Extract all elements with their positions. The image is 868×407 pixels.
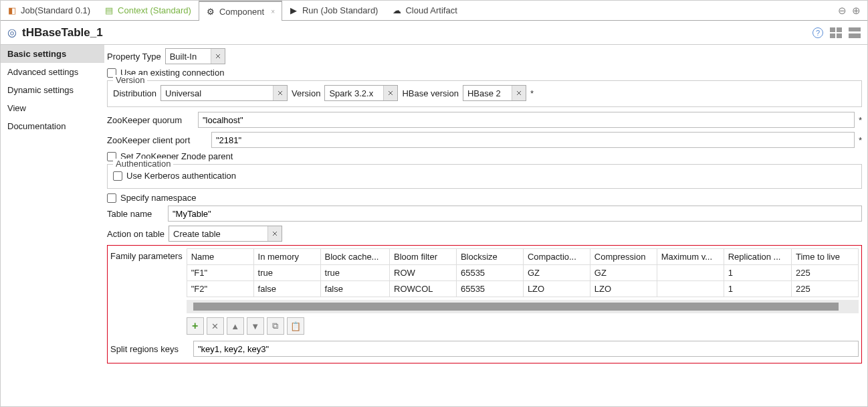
namespace-checkbox[interactable] bbox=[107, 193, 116, 203]
cell-maxv[interactable] bbox=[657, 281, 724, 297]
property-type-row: Property Type Built-In bbox=[107, 48, 862, 65]
add-row-button[interactable]: + bbox=[187, 317, 204, 335]
sidebar-label: View bbox=[7, 103, 26, 113]
family-params-label: Family parameters bbox=[110, 248, 183, 261]
kerberos-checkbox[interactable] bbox=[113, 171, 122, 181]
distribution-combo[interactable]: Universal bbox=[160, 85, 288, 101]
cell-blocksize[interactable]: 65535 bbox=[456, 265, 523, 281]
col-compression[interactable]: Compression bbox=[590, 249, 657, 265]
col-blocksize[interactable]: Blocksize bbox=[456, 249, 523, 265]
cell-ttl[interactable]: 225 bbox=[792, 281, 859, 297]
maximize-button[interactable]: ⊕ bbox=[852, 5, 861, 17]
family-table[interactable]: Name In memory Block cache... Bloom filt… bbox=[187, 248, 859, 297]
tab-context[interactable]: ▤ Context (Standard) bbox=[98, 1, 199, 20]
cell-bloom[interactable]: ROW bbox=[390, 265, 457, 281]
cell-blocksize[interactable]: 65535 bbox=[456, 281, 523, 297]
cell-replication[interactable]: 1 bbox=[724, 281, 791, 297]
table-hscrollbar[interactable] bbox=[187, 300, 859, 313]
cell-ttl[interactable]: 225 bbox=[792, 265, 859, 281]
hbase-version-combo[interactable]: HBase 2 bbox=[463, 85, 526, 101]
zk-port-input[interactable] bbox=[211, 132, 855, 148]
paste-button[interactable]: 📋 bbox=[287, 317, 304, 335]
tab-label: Component bbox=[219, 7, 264, 17]
zk-port-row: ZooKeeper client port * bbox=[107, 131, 862, 149]
combo-value: Built-In bbox=[170, 52, 197, 62]
kerberos-row: Use Kerberos authentication bbox=[113, 171, 856, 181]
cell-compression[interactable]: LZO bbox=[590, 281, 657, 297]
col-blockcache[interactable]: Block cache... bbox=[320, 249, 389, 265]
cloud-icon: ☁ bbox=[392, 6, 401, 15]
combo-value: Spark 3.2.x bbox=[329, 88, 373, 98]
col-name[interactable]: Name bbox=[187, 249, 253, 265]
combo-value: Create table bbox=[173, 229, 221, 239]
move-up-button[interactable]: ▲ bbox=[227, 317, 244, 335]
cell-compression[interactable]: GZ bbox=[590, 265, 657, 281]
action-label: Action on table bbox=[107, 229, 165, 239]
tab-component[interactable]: ⚙ Component × bbox=[199, 1, 282, 21]
required-asterisk: * bbox=[859, 115, 862, 125]
close-icon[interactable]: × bbox=[271, 8, 275, 15]
sidebar-label: Documentation bbox=[7, 121, 66, 131]
tab-job[interactable]: ◧ Job(Standard 0.1) bbox=[1, 1, 98, 20]
rows-view-button[interactable] bbox=[849, 27, 861, 38]
sidebar-item-view[interactable]: View bbox=[1, 99, 104, 117]
move-down-button[interactable]: ▼ bbox=[247, 317, 264, 335]
col-inmemory[interactable]: In memory bbox=[253, 249, 320, 265]
cell-name[interactable]: "F1" bbox=[187, 265, 253, 281]
cell-inmemory[interactable]: true bbox=[253, 265, 320, 281]
minimize-button[interactable]: ⊖ bbox=[838, 5, 847, 17]
table-name-input[interactable] bbox=[168, 206, 862, 222]
cell-maxv[interactable] bbox=[657, 265, 724, 281]
cell-name[interactable]: "F2" bbox=[187, 281, 253, 297]
property-type-label: Property Type bbox=[107, 52, 161, 62]
sidebar-item-dynamic[interactable]: Dynamic settings bbox=[1, 81, 104, 99]
sidebar-item-basic[interactable]: Basic settings bbox=[1, 45, 104, 63]
version-combo[interactable]: Spark 3.2.x bbox=[324, 85, 398, 101]
tab-cloud[interactable]: ☁ Cloud Artifact bbox=[385, 1, 464, 20]
col-bloom[interactable]: Bloom filter bbox=[390, 249, 457, 265]
col-compaction[interactable]: Compactio... bbox=[523, 249, 590, 265]
window-controls: ⊖ ⊕ bbox=[838, 1, 867, 20]
grid-view-button[interactable] bbox=[830, 27, 842, 38]
sidebar-label: Basic settings bbox=[7, 49, 66, 59]
required-asterisk: * bbox=[530, 88, 534, 98]
copy-button[interactable]: ⧉ bbox=[267, 317, 284, 335]
split-input[interactable] bbox=[193, 341, 859, 357]
zk-quorum-label: ZooKeeper quorum bbox=[107, 115, 194, 125]
zk-quorum-row: ZooKeeper quorum * bbox=[107, 111, 862, 129]
table-name-label: Table name bbox=[107, 209, 164, 219]
auth-legend: Authentication bbox=[113, 159, 173, 169]
component-icon: ⚙ bbox=[206, 7, 215, 16]
property-type-combo[interactable]: Built-In bbox=[165, 48, 225, 64]
col-maxv[interactable]: Maximum v... bbox=[657, 249, 724, 265]
main-form: Property Type Built-In Use an existing c… bbox=[104, 45, 867, 406]
delete-row-button[interactable]: ✕ bbox=[207, 317, 224, 335]
col-replication[interactable]: Replication ... bbox=[724, 249, 791, 265]
tab-run[interactable]: ▶ Run (Job Standard) bbox=[282, 1, 385, 20]
zk-quorum-input[interactable] bbox=[198, 112, 855, 128]
scroll-thumb[interactable] bbox=[193, 303, 839, 311]
action-combo[interactable]: Create table bbox=[169, 226, 282, 242]
cell-compaction[interactable]: GZ bbox=[523, 265, 590, 281]
cell-compaction[interactable]: LZO bbox=[523, 281, 590, 297]
sidebar-item-advanced[interactable]: Advanced settings bbox=[1, 63, 104, 81]
sidebar-label: Advanced settings bbox=[7, 67, 78, 77]
use-existing-row: Use an existing connection bbox=[107, 68, 862, 78]
cell-bloom[interactable]: ROWCOL bbox=[390, 281, 457, 297]
job-icon: ◧ bbox=[7, 6, 17, 15]
cell-blockcache[interactable]: false bbox=[320, 281, 389, 297]
combo-value: HBase 2 bbox=[467, 88, 501, 98]
table-row[interactable]: "F1" true true ROW 65535 GZ GZ 1 225 bbox=[187, 265, 858, 281]
col-ttl[interactable]: Time to live bbox=[792, 249, 859, 265]
component-title-bar: ◎ tHBaseTable_1 ? bbox=[1, 21, 867, 45]
sidebar-item-documentation[interactable]: Documentation bbox=[1, 117, 104, 135]
cell-inmemory[interactable]: false bbox=[253, 281, 320, 297]
body: Basic settings Advanced settings Dynamic… bbox=[1, 45, 867, 406]
version-label: Version bbox=[292, 88, 320, 98]
cell-replication[interactable]: 1 bbox=[724, 265, 791, 281]
distribution-label: Distribution bbox=[113, 88, 156, 98]
table-row[interactable]: "F2" false false ROWCOL 65535 LZO LZO 1 … bbox=[187, 281, 858, 297]
split-row: Split regions keys bbox=[110, 340, 859, 357]
cell-blockcache[interactable]: true bbox=[320, 265, 389, 281]
help-button[interactable]: ? bbox=[812, 27, 823, 38]
